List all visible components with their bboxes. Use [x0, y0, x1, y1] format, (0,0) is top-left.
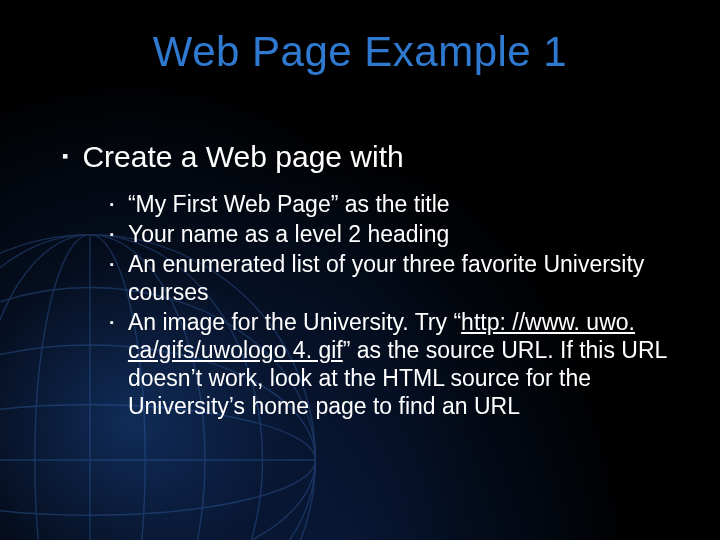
level2-text: Your name as a level 2 heading — [128, 220, 449, 248]
slide: Web Page Example 1 ▪ Create a Web page w… — [0, 0, 720, 540]
level2-text: An image for the University. Try “http: … — [128, 308, 680, 420]
slide-body: ▪ Create a Web page with ▪ “My First Web… — [62, 140, 680, 422]
list-level2-item: ▪ An image for the University. Try “http… — [110, 308, 680, 420]
level2-text-prefix: An image for the University. Try “ — [128, 309, 461, 335]
square-bullet-icon: ▪ — [62, 140, 68, 172]
list-level2-item: ▪ “My First Web Page” as the title — [110, 190, 680, 218]
square-bullet-icon: ▪ — [110, 250, 114, 278]
square-bullet-icon: ▪ — [110, 220, 114, 248]
level2-text: An enumerated list of your three favorit… — [128, 250, 680, 306]
list-level2: ▪ “My First Web Page” as the title ▪ You… — [110, 190, 680, 420]
level1-text: Create a Web page with — [82, 140, 403, 174]
slide-title: Web Page Example 1 — [0, 28, 720, 76]
list-level1-item: ▪ Create a Web page with — [62, 140, 680, 174]
level2-text: “My First Web Page” as the title — [128, 190, 450, 218]
square-bullet-icon: ▪ — [110, 190, 114, 218]
list-level2-item: ▪ Your name as a level 2 heading — [110, 220, 680, 248]
list-level2-item: ▪ An enumerated list of your three favor… — [110, 250, 680, 306]
square-bullet-icon: ▪ — [110, 308, 114, 336]
